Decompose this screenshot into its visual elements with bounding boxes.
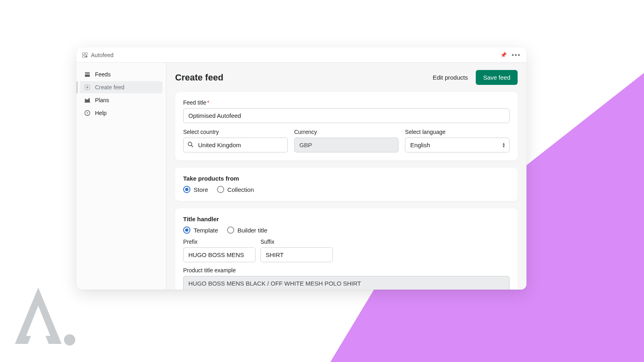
feed-title-input[interactable] — [183, 108, 510, 123]
prefix-label: Prefix — [183, 239, 256, 245]
app-icon — [82, 52, 88, 58]
radio-template[interactable]: Template — [183, 226, 218, 234]
radio-icon — [217, 186, 224, 193]
titlebar: Autofeed 📌 ••• — [76, 47, 526, 63]
plans-icon — [84, 97, 91, 104]
currency-label: Currency — [294, 129, 399, 135]
save-feed-button[interactable]: Save feed — [476, 70, 518, 85]
example-label: Product title example — [183, 267, 510, 274]
language-select[interactable] — [405, 138, 510, 152]
more-icon[interactable]: ••• — [512, 51, 521, 59]
brand-logo — [10, 284, 78, 352]
chevron-updown-icon: ▲▼ — [502, 142, 506, 148]
svg-point-1 — [64, 334, 75, 346]
radio-icon — [183, 226, 190, 234]
sidebar-item-create-feed[interactable]: Create feed — [80, 81, 163, 93]
app-window: Autofeed 📌 ••• Feeds Create feed — [76, 47, 526, 290]
help-icon: ? — [84, 109, 91, 117]
svg-rect-5 — [85, 56, 87, 58]
radio-store[interactable]: Store — [183, 186, 208, 193]
currency-input — [294, 138, 399, 152]
radio-label: Store — [194, 186, 208, 193]
title-handler-heading: Title handler — [183, 216, 510, 222]
prefix-input[interactable] — [183, 247, 256, 262]
svg-rect-2 — [83, 53, 85, 55]
radio-label: Collection — [227, 186, 254, 193]
suffix-input[interactable] — [260, 247, 333, 262]
main-content: Create feed Edit products Save feed Feed… — [166, 63, 526, 290]
radio-collection[interactable]: Collection — [217, 186, 254, 193]
sidebar-item-label: Create feed — [95, 84, 124, 90]
source-heading: Take products from — [183, 175, 510, 182]
radio-icon — [183, 186, 190, 193]
example-output — [183, 276, 510, 290]
svg-rect-6 — [85, 72, 90, 74]
sidebar-item-plans[interactable]: Plans — [80, 94, 163, 106]
svg-rect-7 — [85, 74, 90, 77]
search-icon — [187, 141, 194, 149]
create-feed-icon — [84, 84, 91, 91]
suffix-label: Suffix — [260, 239, 333, 245]
radio-label: Builder title — [237, 227, 267, 234]
sidebar-item-help[interactable]: ? Help — [80, 107, 163, 119]
language-label: Select language — [405, 129, 510, 135]
sidebar-item-label: Plans — [95, 97, 109, 103]
sidebar-item-feeds[interactable]: Feeds — [80, 68, 163, 80]
app-name: Autofeed — [91, 52, 114, 58]
sidebar: Feeds Create feed Plans ? Help — [76, 63, 166, 290]
radio-label: Template — [194, 227, 218, 234]
country-label: Select country — [183, 129, 288, 135]
radio-icon — [227, 226, 234, 234]
required-mark: * — [207, 99, 209, 106]
sidebar-item-label: Feeds — [95, 71, 111, 78]
country-input[interactable] — [183, 138, 288, 152]
radio-builder-title[interactable]: Builder title — [227, 226, 267, 234]
feed-title-label: Feed title* — [183, 99, 510, 106]
svg-text:?: ? — [87, 111, 89, 115]
sidebar-item-label: Help — [95, 110, 107, 116]
pin-icon[interactable]: 📌 — [500, 52, 507, 58]
feeds-icon — [84, 71, 91, 78]
card-basic-settings: Feed title* Select country — [175, 92, 518, 160]
card-title-handler: Title handler Template Builder title Pre… — [175, 208, 518, 290]
edit-products-button[interactable]: Edit products — [433, 74, 468, 81]
page-header: Create feed Edit products Save feed — [175, 70, 518, 85]
svg-rect-3 — [85, 53, 87, 55]
svg-rect-4 — [83, 56, 85, 58]
card-product-source: Take products from Store Collection — [175, 168, 518, 201]
page-title: Create feed — [175, 72, 223, 83]
svg-line-15 — [192, 145, 193, 147]
svg-rect-11 — [85, 102, 90, 103]
